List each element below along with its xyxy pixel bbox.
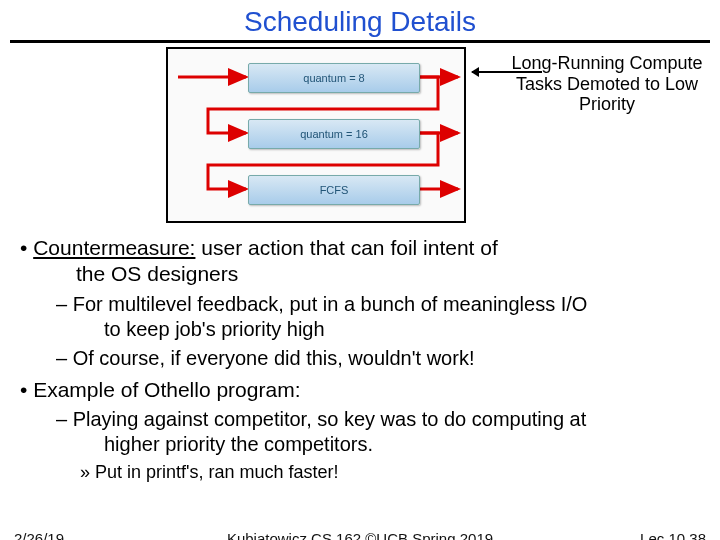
sub-bullet-everyone: – Of course, if everyone did this, would… [56, 346, 700, 371]
slide-body: • Countermeasure: user action that can f… [20, 235, 700, 483]
cm-rest-line2: the OS designers [76, 261, 700, 287]
mlfq-diagram: quantum = 8 quantum = 16 FCFS [166, 47, 466, 223]
sub-bullet-io: – For multilevel feedback, put in a bunc… [56, 292, 700, 342]
cm-sub1-line1: – For multilevel feedback, put in a bunc… [56, 293, 587, 315]
cm-lead: Countermeasure: [33, 236, 195, 259]
slide-title: Scheduling Details [0, 0, 720, 38]
bullet-othello: • Example of Othello program: [20, 377, 700, 403]
footer-course: Kubiatowicz CS 162 ©UCB Spring 2019 [0, 530, 720, 540]
queue-level-3: FCFS [248, 175, 420, 205]
queue-level-1: quantum = 8 [248, 63, 420, 93]
diagram-area: quantum = 8 quantum = 16 FCFS Long-Runni… [10, 47, 710, 227]
callout-text: Long-Running Compute Tasks Demoted to Lo… [492, 53, 720, 115]
cm-sub1-line2: to keep job's priority high [104, 317, 700, 342]
queue-level-2: quantum = 16 [248, 119, 420, 149]
ex-sub1-line2: higher priority the competitors. [104, 432, 700, 457]
title-rule [10, 40, 710, 43]
footer-page: Lec 10.38 [640, 530, 706, 540]
cm-rest: user action that can foil intent of [195, 236, 497, 259]
ex-sub1-line1: – Playing against competitor, so key was… [56, 408, 586, 430]
sub-bullet-competitor: – Playing against competitor, so key was… [56, 407, 700, 457]
sub-sub-printf: » Put in printf's, ran much faster! [80, 461, 700, 484]
bullet-countermeasure: • Countermeasure: user action that can f… [20, 235, 700, 288]
